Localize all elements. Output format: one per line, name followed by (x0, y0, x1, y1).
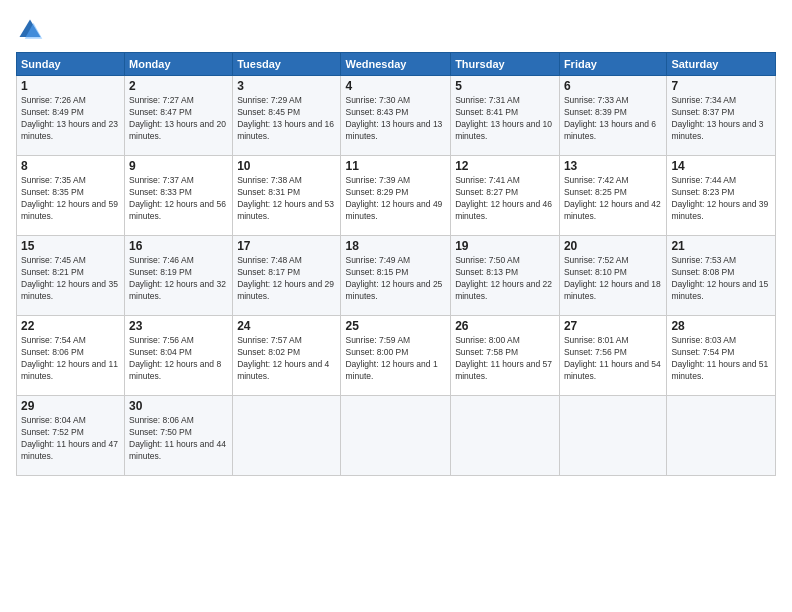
day-cell-4: 4 Sunrise: 7:30 AM Sunset: 8:43 PM Dayli… (341, 76, 451, 156)
day-info: Sunrise: 7:45 AM Sunset: 8:21 PM Dayligh… (21, 255, 120, 303)
day-info: Sunrise: 7:59 AM Sunset: 8:00 PM Dayligh… (345, 335, 446, 383)
day-cell-17: 17 Sunrise: 7:48 AM Sunset: 8:17 PM Dayl… (233, 236, 341, 316)
day-info: Sunrise: 7:35 AM Sunset: 8:35 PM Dayligh… (21, 175, 120, 223)
day-info: Sunrise: 7:37 AM Sunset: 8:33 PM Dayligh… (129, 175, 228, 223)
day-cell-2: 2 Sunrise: 7:27 AM Sunset: 8:47 PM Dayli… (125, 76, 233, 156)
day-cell-18: 18 Sunrise: 7:49 AM Sunset: 8:15 PM Dayl… (341, 236, 451, 316)
day-number: 30 (129, 399, 228, 413)
day-info: Sunrise: 7:38 AM Sunset: 8:31 PM Dayligh… (237, 175, 336, 223)
day-number: 29 (21, 399, 120, 413)
day-number: 27 (564, 319, 662, 333)
day-cell-7: 7 Sunrise: 7:34 AM Sunset: 8:37 PM Dayli… (667, 76, 776, 156)
day-info: Sunrise: 8:00 AM Sunset: 7:58 PM Dayligh… (455, 335, 555, 383)
day-cell-24: 24 Sunrise: 7:57 AM Sunset: 8:02 PM Dayl… (233, 316, 341, 396)
col-sunday: Sunday (17, 53, 125, 76)
day-info: Sunrise: 8:04 AM Sunset: 7:52 PM Dayligh… (21, 415, 120, 463)
day-info: Sunrise: 7:42 AM Sunset: 8:25 PM Dayligh… (564, 175, 662, 223)
day-number: 19 (455, 239, 555, 253)
day-info: Sunrise: 7:53 AM Sunset: 8:08 PM Dayligh… (671, 255, 771, 303)
day-info: Sunrise: 8:01 AM Sunset: 7:56 PM Dayligh… (564, 335, 662, 383)
day-info: Sunrise: 7:29 AM Sunset: 8:45 PM Dayligh… (237, 95, 336, 143)
day-cell-14: 14 Sunrise: 7:44 AM Sunset: 8:23 PM Dayl… (667, 156, 776, 236)
day-info: Sunrise: 7:41 AM Sunset: 8:27 PM Dayligh… (455, 175, 555, 223)
empty-cell (233, 396, 341, 476)
day-number: 13 (564, 159, 662, 173)
day-info: Sunrise: 7:57 AM Sunset: 8:02 PM Dayligh… (237, 335, 336, 383)
week-row-3: 15 Sunrise: 7:45 AM Sunset: 8:21 PM Dayl… (17, 236, 776, 316)
col-thursday: Thursday (451, 53, 560, 76)
col-tuesday: Tuesday (233, 53, 341, 76)
col-monday: Monday (125, 53, 233, 76)
day-number: 28 (671, 319, 771, 333)
col-wednesday: Wednesday (341, 53, 451, 76)
day-info: Sunrise: 7:48 AM Sunset: 8:17 PM Dayligh… (237, 255, 336, 303)
day-info: Sunrise: 8:03 AM Sunset: 7:54 PM Dayligh… (671, 335, 771, 383)
day-number: 6 (564, 79, 662, 93)
week-row-1: 1 Sunrise: 7:26 AM Sunset: 8:49 PM Dayli… (17, 76, 776, 156)
day-info: Sunrise: 7:52 AM Sunset: 8:10 PM Dayligh… (564, 255, 662, 303)
day-cell-8: 8 Sunrise: 7:35 AM Sunset: 8:35 PM Dayli… (17, 156, 125, 236)
day-info: Sunrise: 7:56 AM Sunset: 8:04 PM Dayligh… (129, 335, 228, 383)
week-row-2: 8 Sunrise: 7:35 AM Sunset: 8:35 PM Dayli… (17, 156, 776, 236)
day-info: Sunrise: 7:46 AM Sunset: 8:19 PM Dayligh… (129, 255, 228, 303)
empty-cell (667, 396, 776, 476)
day-cell-20: 20 Sunrise: 7:52 AM Sunset: 8:10 PM Dayl… (559, 236, 666, 316)
day-info: Sunrise: 7:49 AM Sunset: 8:15 PM Dayligh… (345, 255, 446, 303)
day-cell-13: 13 Sunrise: 7:42 AM Sunset: 8:25 PM Dayl… (559, 156, 666, 236)
day-number: 8 (21, 159, 120, 173)
day-cell-23: 23 Sunrise: 7:56 AM Sunset: 8:04 PM Dayl… (125, 316, 233, 396)
day-number: 16 (129, 239, 228, 253)
calendar: Sunday Monday Tuesday Wednesday Thursday… (16, 52, 776, 476)
col-friday: Friday (559, 53, 666, 76)
day-number: 1 (21, 79, 120, 93)
day-cell-22: 22 Sunrise: 7:54 AM Sunset: 8:06 PM Dayl… (17, 316, 125, 396)
day-info: Sunrise: 7:30 AM Sunset: 8:43 PM Dayligh… (345, 95, 446, 143)
day-info: Sunrise: 7:27 AM Sunset: 8:47 PM Dayligh… (129, 95, 228, 143)
day-info: Sunrise: 7:31 AM Sunset: 8:41 PM Dayligh… (455, 95, 555, 143)
day-number: 22 (21, 319, 120, 333)
day-number: 12 (455, 159, 555, 173)
day-info: Sunrise: 7:44 AM Sunset: 8:23 PM Dayligh… (671, 175, 771, 223)
day-number: 7 (671, 79, 771, 93)
day-cell-19: 19 Sunrise: 7:50 AM Sunset: 8:13 PM Dayl… (451, 236, 560, 316)
day-cell-12: 12 Sunrise: 7:41 AM Sunset: 8:27 PM Dayl… (451, 156, 560, 236)
day-cell-30: 30 Sunrise: 8:06 AM Sunset: 7:50 PM Dayl… (125, 396, 233, 476)
logo (16, 16, 48, 44)
day-cell-26: 26 Sunrise: 8:00 AM Sunset: 7:58 PM Dayl… (451, 316, 560, 396)
day-number: 26 (455, 319, 555, 333)
day-info: Sunrise: 7:50 AM Sunset: 8:13 PM Dayligh… (455, 255, 555, 303)
day-number: 11 (345, 159, 446, 173)
day-cell-16: 16 Sunrise: 7:46 AM Sunset: 8:19 PM Dayl… (125, 236, 233, 316)
day-info: Sunrise: 7:39 AM Sunset: 8:29 PM Dayligh… (345, 175, 446, 223)
day-number: 5 (455, 79, 555, 93)
day-number: 10 (237, 159, 336, 173)
day-cell-28: 28 Sunrise: 8:03 AM Sunset: 7:54 PM Dayl… (667, 316, 776, 396)
week-row-5: 29 Sunrise: 8:04 AM Sunset: 7:52 PM Dayl… (17, 396, 776, 476)
day-cell-29: 29 Sunrise: 8:04 AM Sunset: 7:52 PM Dayl… (17, 396, 125, 476)
day-info: Sunrise: 7:34 AM Sunset: 8:37 PM Dayligh… (671, 95, 771, 143)
week-row-4: 22 Sunrise: 7:54 AM Sunset: 8:06 PM Dayl… (17, 316, 776, 396)
day-cell-1: 1 Sunrise: 7:26 AM Sunset: 8:49 PM Dayli… (17, 76, 125, 156)
empty-cell (559, 396, 666, 476)
day-number: 3 (237, 79, 336, 93)
day-number: 15 (21, 239, 120, 253)
day-number: 17 (237, 239, 336, 253)
day-cell-25: 25 Sunrise: 7:59 AM Sunset: 8:00 PM Dayl… (341, 316, 451, 396)
day-cell-11: 11 Sunrise: 7:39 AM Sunset: 8:29 PM Dayl… (341, 156, 451, 236)
day-number: 20 (564, 239, 662, 253)
day-info: Sunrise: 7:54 AM Sunset: 8:06 PM Dayligh… (21, 335, 120, 383)
day-number: 2 (129, 79, 228, 93)
day-number: 25 (345, 319, 446, 333)
col-saturday: Saturday (667, 53, 776, 76)
logo-icon (16, 16, 44, 44)
day-info: Sunrise: 7:26 AM Sunset: 8:49 PM Dayligh… (21, 95, 120, 143)
day-number: 14 (671, 159, 771, 173)
day-cell-15: 15 Sunrise: 7:45 AM Sunset: 8:21 PM Dayl… (17, 236, 125, 316)
day-cell-6: 6 Sunrise: 7:33 AM Sunset: 8:39 PM Dayli… (559, 76, 666, 156)
header-row: Sunday Monday Tuesday Wednesday Thursday… (17, 53, 776, 76)
day-number: 21 (671, 239, 771, 253)
day-cell-3: 3 Sunrise: 7:29 AM Sunset: 8:45 PM Dayli… (233, 76, 341, 156)
day-cell-21: 21 Sunrise: 7:53 AM Sunset: 8:08 PM Dayl… (667, 236, 776, 316)
day-info: Sunrise: 7:33 AM Sunset: 8:39 PM Dayligh… (564, 95, 662, 143)
day-number: 9 (129, 159, 228, 173)
